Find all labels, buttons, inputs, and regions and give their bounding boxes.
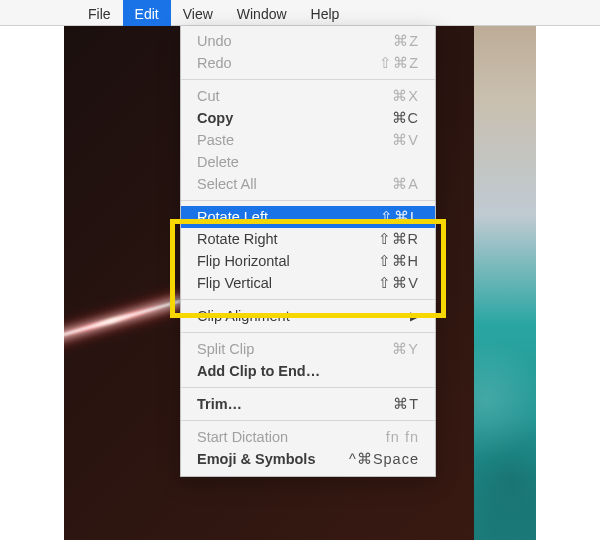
menu-file[interactable]: File bbox=[76, 0, 123, 26]
shortcut: ⌘C bbox=[392, 110, 419, 126]
menuitem-delete: Delete bbox=[181, 151, 435, 173]
menu-view[interactable]: View bbox=[171, 0, 225, 26]
menuitem-cut: Cut ⌘X bbox=[181, 85, 435, 107]
shortcut: ⇧⌘R bbox=[378, 231, 419, 247]
menubar: File Edit View Window Help bbox=[0, 0, 600, 26]
shortcut: ⌘V bbox=[392, 132, 419, 148]
menuitem-rotate-left[interactable]: Rotate Left ⇧⌘L bbox=[181, 206, 435, 228]
menuitem-redo: Redo ⇧⌘Z bbox=[181, 52, 435, 74]
menu-separator bbox=[181, 332, 435, 333]
menuitem-paste: Paste ⌘V bbox=[181, 129, 435, 151]
shortcut: ⌘X bbox=[392, 88, 419, 104]
menuitem-rotate-right[interactable]: Rotate Right ⇧⌘R bbox=[181, 228, 435, 250]
shortcut: ⌘Y bbox=[392, 341, 419, 357]
menuitem-add-clip-to-end[interactable]: Add Clip to End… bbox=[181, 360, 435, 382]
menu-window[interactable]: Window bbox=[225, 0, 299, 26]
menuitem-emoji-symbols[interactable]: Emoji & Symbols ^⌘Space bbox=[181, 448, 435, 470]
menu-separator bbox=[181, 299, 435, 300]
menu-help[interactable]: Help bbox=[299, 0, 352, 26]
video-right-strip bbox=[474, 0, 536, 540]
shortcut: ⌘T bbox=[393, 396, 419, 412]
menuitem-undo: Undo ⌘Z bbox=[181, 30, 435, 52]
shortcut: ⇧⌘L bbox=[380, 209, 419, 225]
menuitem-flip-horizontal[interactable]: Flip Horizontal ⇧⌘H bbox=[181, 250, 435, 272]
shortcut: ⌘A bbox=[392, 176, 419, 192]
menu-separator bbox=[181, 200, 435, 201]
menuitem-flip-vertical[interactable]: Flip Vertical ⇧⌘V bbox=[181, 272, 435, 294]
menuitem-split-clip: Split Clip ⌘Y bbox=[181, 338, 435, 360]
submenu-arrow-icon: ▶ bbox=[410, 309, 419, 323]
shortcut: ⌘Z bbox=[393, 33, 419, 49]
edit-dropdown: Undo ⌘Z Redo ⇧⌘Z Cut ⌘X Copy ⌘C Paste ⌘V… bbox=[180, 26, 436, 477]
menuitem-select-all: Select All ⌘A bbox=[181, 173, 435, 195]
shortcut: fn fn bbox=[386, 429, 419, 445]
menuitem-copy[interactable]: Copy ⌘C bbox=[181, 107, 435, 129]
light-streak-core bbox=[64, 300, 181, 346]
shortcut: ⇧⌘Z bbox=[379, 55, 419, 71]
menuitem-start-dictation: Start Dictation fn fn bbox=[181, 426, 435, 448]
menu-separator bbox=[181, 79, 435, 80]
menu-edit[interactable]: Edit bbox=[123, 0, 171, 26]
shortcut: ⇧⌘V bbox=[378, 275, 419, 291]
menu-separator bbox=[181, 420, 435, 421]
shortcut: ⇧⌘H bbox=[378, 253, 419, 269]
menu-separator bbox=[181, 387, 435, 388]
menuitem-clip-alignment[interactable]: Clip Alignment ▶ bbox=[181, 305, 435, 327]
menuitem-trim[interactable]: Trim… ⌘T bbox=[181, 393, 435, 415]
shortcut: ^⌘Space bbox=[349, 451, 419, 467]
